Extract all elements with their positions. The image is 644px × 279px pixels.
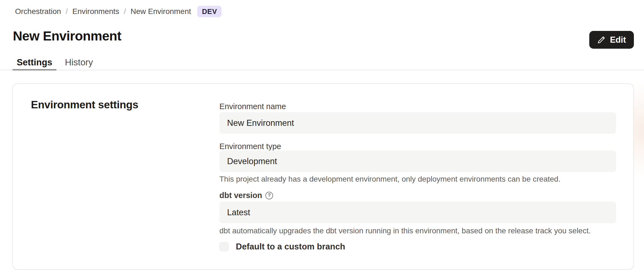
custom-branch-checkbox-label: Default to a custom branch (236, 242, 345, 252)
environment-dev-badge: DEV (197, 6, 222, 18)
breadcrumb-separator: / (124, 7, 126, 16)
breadcrumb-separator: / (66, 7, 68, 16)
environment-type-label: Environment type (219, 142, 281, 151)
page-title: New Environment (13, 28, 121, 43)
dbt-version-label-text: dbt version (219, 191, 262, 200)
breadcrumb: Orchestration / Environments / New Envir… (15, 5, 222, 18)
breadcrumb-item-orchestration[interactable]: Orchestration (15, 7, 61, 16)
breadcrumb-item-environments[interactable]: Environments (72, 7, 119, 16)
custom-branch-row: Default to a custom branch (219, 242, 345, 252)
environment-name-label: Environment name (219, 102, 286, 111)
tab-settings-label: Settings (17, 57, 52, 68)
page: Orchestration / Environments / New Envir… (0, 0, 644, 279)
custom-branch-checkbox[interactable] (219, 242, 229, 251)
tab-bar: Settings History (12, 55, 97, 70)
dbt-version-helper-text: dbt automatically upgrades the dbt versi… (219, 226, 630, 236)
tab-history-label: History (65, 57, 93, 68)
tab-bar-divider (0, 70, 644, 70)
environment-name-label-text: Environment name (219, 102, 286, 111)
breadcrumb-item-current: New Environment (130, 7, 191, 16)
environment-settings-card: Environment settings Environment name En… (12, 83, 634, 270)
dbt-version-label: dbt version ? (219, 191, 273, 200)
tab-history[interactable]: History (60, 55, 97, 70)
help-icon[interactable]: ? (265, 192, 273, 199)
edit-button-label: Edit (610, 35, 626, 45)
environment-type-input[interactable] (219, 150, 616, 172)
environment-settings-form: Environment name Environment type This p… (13, 84, 633, 269)
environment-name-input[interactable] (219, 112, 616, 134)
pencil-icon (597, 36, 606, 44)
environment-type-helper-text: This project already has a development e… (219, 174, 630, 184)
tab-settings[interactable]: Settings (12, 55, 57, 70)
dbt-version-input[interactable] (219, 202, 616, 223)
environment-type-label-text: Environment type (219, 142, 281, 151)
edit-button[interactable]: Edit (589, 31, 634, 49)
